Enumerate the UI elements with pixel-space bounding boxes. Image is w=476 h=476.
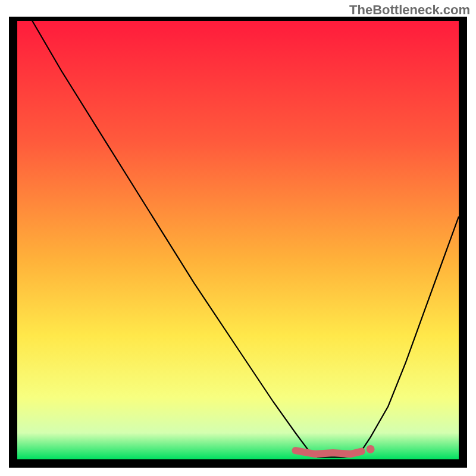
valley-marker [296,450,362,454]
plot-area [9,17,467,468]
watermark-text: TheBottleneck.com [349,2,470,18]
valley-dot [367,445,375,453]
gradient-background [17,18,459,459]
chart-frame: TheBottleneck.com [0,0,476,476]
chart-svg [9,17,467,468]
